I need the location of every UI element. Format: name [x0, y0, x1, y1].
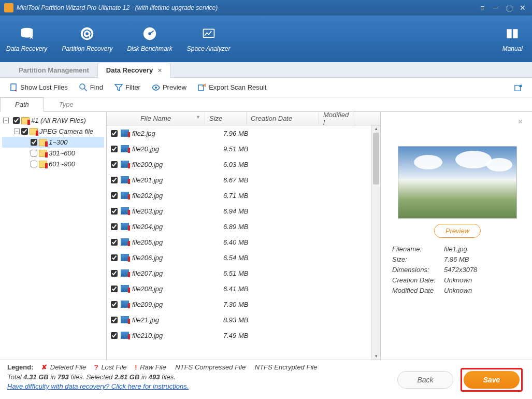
table-row[interactable]: file204.jpg6.89 MB	[107, 219, 371, 234]
tree-root-checkbox[interactable]	[13, 117, 20, 124]
table-row[interactable]: file208.jpg6.41 MB	[107, 281, 371, 296]
tree-r3-checkbox[interactable]	[31, 161, 37, 167]
tree-jpeg-label: JPEG Camera file	[39, 127, 93, 135]
export-button[interactable]: Export Scan Result	[198, 83, 266, 92]
file-size: 6.41 MB	[223, 285, 265, 293]
file-size: 8.93 MB	[223, 316, 265, 324]
share-icon	[514, 83, 523, 92]
tab-path[interactable]: Path	[0, 97, 44, 112]
tree-range-3[interactable]: 601~900	[2, 159, 104, 169]
row-checkbox[interactable]	[111, 317, 118, 323]
row-checkbox[interactable]	[111, 270, 118, 277]
close-button[interactable]: ✕	[517, 3, 528, 13]
row-checkbox[interactable]	[111, 301, 118, 308]
preview-meta: Filename:file1.jpg Size:7.86 MB Dimensio…	[392, 245, 523, 294]
tree-range-1[interactable]: 1~300	[2, 137, 104, 148]
row-checkbox[interactable]	[111, 146, 118, 152]
show-lost-files-button[interactable]: Show Lost Files	[9, 83, 68, 92]
tab-close-icon[interactable]: ×	[158, 66, 162, 74]
col-size[interactable]: Size	[205, 112, 247, 124]
row-checkbox[interactable]	[111, 208, 118, 215]
scroll-up-icon[interactable]: ▴	[373, 126, 379, 132]
find-button[interactable]: Find	[79, 83, 103, 92]
file-name: file201.jpg	[132, 176, 223, 184]
meta-size-val: 7.86 MB	[444, 255, 469, 263]
tree-jpeg-checkbox[interactable]	[21, 128, 28, 135]
menu-icon[interactable]: ≡	[477, 3, 487, 13]
table-row[interactable]: file20.jpg9.51 MB	[107, 141, 371, 156]
disk-benchmark-button[interactable]: Disk Benchmark	[127, 25, 172, 52]
table-row[interactable]: file209.jpg7.30 MB	[107, 296, 371, 312]
tab-type[interactable]: Type	[44, 97, 89, 111]
export-icon	[198, 83, 206, 92]
table-row[interactable]: file200.jpg6.03 MB	[107, 156, 371, 172]
row-checkbox[interactable]	[111, 239, 118, 246]
scrollbar[interactable]: ▴ ▾	[371, 125, 380, 360]
collapse-icon[interactable]: −	[14, 129, 20, 134]
table-row[interactable]: file202.jpg6.71 MB	[107, 188, 371, 203]
tree-root[interactable]: − #1 (All RAW Files)	[2, 115, 104, 126]
partition-recovery-icon	[79, 25, 95, 42]
row-checkbox[interactable]	[111, 223, 118, 230]
share-button[interactable]	[514, 83, 523, 92]
tree-jpeg[interactable]: − JPEG Camera file	[2, 126, 104, 137]
table-row[interactable]: file210.jpg7.49 MB	[107, 327, 371, 343]
filter-button[interactable]: Filter	[114, 83, 140, 92]
partition-recovery-button[interactable]: Partition Recovery	[62, 25, 112, 52]
table-row[interactable]: file21.jpg8.93 MB	[107, 312, 371, 327]
row-checkbox[interactable]	[111, 254, 118, 261]
preview-button[interactable]: Preview	[434, 224, 481, 238]
find-label: Find	[90, 83, 103, 91]
scroll-thumb[interactable]	[373, 133, 379, 184]
table-row[interactable]: file2.jpg7.96 MB	[107, 125, 371, 141]
row-checkbox[interactable]	[111, 177, 118, 183]
minimize-button[interactable]: ─	[491, 3, 501, 13]
back-button[interactable]: Back	[397, 371, 453, 389]
tree-r1-checkbox[interactable]	[31, 139, 37, 146]
meta-mdate-val: Unknown	[444, 287, 472, 294]
col-creation-date[interactable]: Creation Date	[247, 112, 319, 124]
table-row[interactable]: file203.jpg6.94 MB	[107, 203, 371, 219]
file-size: 9.51 MB	[223, 145, 265, 153]
row-checkbox[interactable]	[111, 332, 118, 339]
search-icon	[79, 83, 88, 92]
collapse-icon[interactable]: −	[3, 118, 9, 123]
table-row[interactable]: file207.jpg6.51 MB	[107, 265, 371, 281]
maximize-button[interactable]: ▢	[504, 3, 514, 13]
preview-action-button[interactable]: Preview	[152, 83, 186, 92]
export-label: Export Scan Result	[209, 83, 266, 91]
tab-data-recovery[interactable]: Data Recovery ×	[97, 63, 171, 78]
data-recovery-icon	[19, 25, 35, 42]
tree-r2-checkbox[interactable]	[31, 150, 37, 156]
row-checkbox[interactable]	[111, 130, 118, 137]
tree-range-2[interactable]: 301~600	[2, 148, 104, 159]
space-analyzer-button[interactable]: Space Analyzer	[187, 25, 231, 52]
file-name: file2.jpg	[132, 130, 223, 137]
table-row[interactable]: file201.jpg6.67 MB	[107, 172, 371, 188]
table-row[interactable]: file206.jpg6.54 MB	[107, 250, 371, 265]
tab-data-recovery-label: Data Recovery	[106, 66, 153, 74]
meta-filename-key: Filename:	[392, 245, 444, 253]
svg-rect-10	[515, 85, 521, 91]
folder-icon	[39, 139, 47, 146]
meta-dim-key: Dimensions:	[392, 266, 444, 274]
meta-filename-val: file1.jpg	[444, 245, 467, 253]
scroll-down-icon[interactable]: ▾	[373, 353, 379, 359]
table-row[interactable]: file205.jpg6.40 MB	[107, 234, 371, 250]
col-filename[interactable]: File Name▼	[107, 112, 205, 124]
row-checkbox[interactable]	[111, 286, 118, 292]
folder-icon	[30, 128, 38, 135]
preview-close-icon[interactable]: ×	[518, 117, 523, 126]
title-bar: MiniTool Partition Wizard Pro Ultimate 1…	[0, 0, 532, 16]
file-rows: file2.jpg7.96 MBfile20.jpg9.51 MBfile200…	[107, 125, 371, 360]
row-checkbox[interactable]	[111, 161, 118, 168]
tab-partition-management[interactable]: Partition Management	[10, 63, 97, 77]
manual-button[interactable]: Manual	[502, 25, 523, 52]
tabs-row: Partition Management Data Recovery ×	[0, 62, 532, 78]
help-link[interactable]: Have difficulty with data recovery? Clic…	[7, 382, 397, 390]
data-recovery-button[interactable]: Data Recovery	[6, 25, 47, 52]
data-recovery-label: Data Recovery	[6, 45, 47, 52]
row-checkbox[interactable]	[111, 192, 118, 199]
table-header: File Name▼ Size Creation Date Modified l	[107, 112, 380, 125]
save-button[interactable]: Save	[464, 371, 520, 389]
